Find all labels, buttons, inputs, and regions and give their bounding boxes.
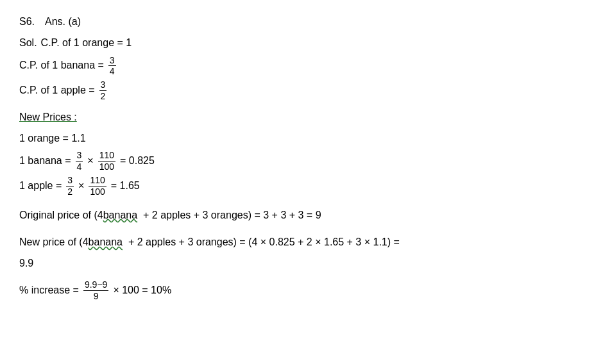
apple-frac2-den: 100	[89, 186, 106, 197]
new-banana-underline: banana	[89, 233, 123, 252]
cp-banana-prefix: C.P. of 1 banana =	[19, 56, 104, 75]
banana-cross: ×	[87, 152, 93, 170]
problem-label: S6.	[19, 13, 35, 31]
new-price-prefix: New price of (4	[19, 233, 89, 252]
percent-prefix: % increase =	[19, 281, 79, 300]
banana-frac2-num: 110	[98, 150, 115, 161]
new-price-suffix: + 2 apples + 3 oranges) = (4 × 0.825 + 2…	[123, 233, 400, 252]
apple-new-prefix: 1 apple =	[19, 177, 62, 195]
cp-apple-prefix: C.P. of 1 apple =	[19, 81, 95, 100]
pct-num: 9.9−9	[83, 279, 108, 291]
cp-banana-den: 4	[108, 66, 116, 77]
banana-frac2-den: 100	[98, 161, 115, 172]
banana-frac2: 110 100	[98, 150, 115, 172]
new-price-result: 9.9	[19, 254, 33, 273]
new-prices-header: New Prices :	[19, 108, 586, 127]
cp-banana-fraction: 3 4	[108, 55, 116, 78]
sol-label: Sol.	[19, 34, 37, 53]
cp-banana-num: 3	[108, 55, 116, 67]
apple-result: = 1.65	[111, 177, 140, 195]
banana-frac1: 3 4	[76, 150, 83, 172]
banana-frac1-den: 4	[76, 161, 83, 172]
apple-frac2: 110 100	[89, 175, 106, 197]
original-price-suffix: + 2 apples + 3 oranges) = 3 + 3 + 3 = 9	[137, 206, 321, 225]
content-area: S6. Ans. (a) Sol. C.P. of 1 orange = 1 C…	[19, 13, 586, 302]
sol-orange-line: Sol. C.P. of 1 orange = 1	[19, 34, 586, 53]
new-price-line2: 9.9	[19, 254, 586, 273]
apple-new-line: 1 apple = 3 2 × 110 100 = 1.65	[19, 175, 586, 197]
header-line: S6. Ans. (a)	[19, 13, 586, 31]
original-price-line: Original price of (4 banana + 2 apples +…	[19, 206, 586, 225]
pct-suffix: × 100 = 10%	[113, 281, 171, 300]
banana-frac1-num: 3	[76, 150, 83, 161]
original-banana-underline: banana	[103, 206, 137, 225]
cp-apple-den: 2	[99, 91, 107, 102]
original-price-prefix: Original price of (4	[19, 206, 103, 225]
apple-frac1-den: 2	[66, 186, 74, 197]
apple-cross: ×	[78, 177, 84, 195]
pct-den: 9	[92, 291, 100, 302]
percent-increase-line: % increase = 9.9−9 9 × 100 = 10%	[19, 279, 586, 302]
banana-result: = 0.825	[120, 152, 155, 170]
new-price-line1: New price of (4 banana + 2 apples + 3 or…	[19, 233, 586, 252]
banana-new-line: 1 banana = 3 4 × 110 100 = 0.825	[19, 150, 586, 172]
apple-frac2-num: 110	[89, 175, 106, 186]
cp-banana-line: C.P. of 1 banana = 3 4	[19, 55, 586, 78]
orange-new-line: 1 orange = 1.1	[19, 129, 586, 148]
cp-orange-text: C.P. of 1 orange = 1	[41, 34, 132, 53]
pct-fraction: 9.9−9 9	[83, 279, 108, 302]
banana-new-prefix: 1 banana =	[19, 152, 71, 170]
cp-apple-fraction: 3 2	[99, 79, 107, 102]
cp-apple-line: C.P. of 1 apple = 3 2	[19, 79, 586, 102]
answer-label: Ans. (a)	[45, 13, 81, 31]
apple-frac1-num: 3	[66, 175, 74, 186]
new-prices-label: New Prices :	[19, 108, 77, 127]
orange-new-text: 1 orange = 1.1	[19, 129, 86, 148]
apple-frac1: 3 2	[66, 175, 74, 197]
cp-apple-num: 3	[99, 79, 107, 91]
